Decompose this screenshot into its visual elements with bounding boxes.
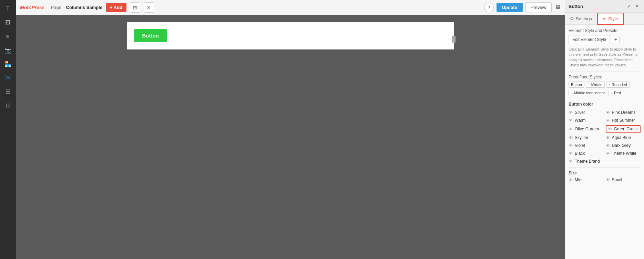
tag-middle-label: Middle bbox=[591, 83, 602, 87]
eye-olive-garden[interactable]: 👁 bbox=[569, 127, 573, 132]
tag-middle[interactable]: × Middle bbox=[586, 82, 605, 88]
tab-style[interactable]: ✏ Style bbox=[597, 13, 624, 25]
tag-middle-remove[interactable]: × bbox=[588, 83, 590, 86]
edit-element-btn[interactable]: Edit Element Style bbox=[569, 35, 610, 44]
eye-black[interactable]: 👁 bbox=[569, 151, 573, 156]
eye-silver[interactable]: 👁 bbox=[569, 110, 573, 115]
eye-theme-brand[interactable]: 👁 bbox=[569, 159, 573, 164]
tag-middle-icon-indent[interactable]: × Middle Icon indent bbox=[569, 90, 607, 96]
eye-warm[interactable]: 👁 bbox=[569, 118, 573, 123]
color-aqua-blue-label: Aqua Blue bbox=[612, 135, 631, 140]
color-black[interactable]: 👁 Black bbox=[569, 150, 604, 157]
color-olive-garden[interactable]: 👁 Olive Garden bbox=[569, 125, 604, 133]
tag-red-label: Red bbox=[614, 91, 621, 95]
panel-tabs: ⚙ Settings ✏ Style bbox=[565, 13, 644, 25]
divider-1 bbox=[569, 72, 641, 72]
tag-button[interactable]: Button bbox=[569, 82, 584, 88]
add-button[interactable]: + Add bbox=[106, 3, 126, 12]
toolbar-list-icon[interactable]: ☰ bbox=[2, 85, 14, 98]
preview-button[interactable]: Preview bbox=[525, 2, 552, 12]
color-pink-dreams-label: Pink Dreams bbox=[612, 110, 636, 115]
eye-green-grass[interactable]: 👁 bbox=[608, 127, 612, 132]
panel-expand-icon[interactable]: ⤢ bbox=[625, 3, 632, 10]
element-style-label: Element Style and Presets: bbox=[569, 28, 641, 33]
toolbar-wordpress-icon[interactable]: W bbox=[2, 72, 14, 84]
style-icon: ✏ bbox=[603, 16, 606, 21]
toolbar-box-icon[interactable]: ⊡ bbox=[2, 99, 14, 111]
canvas-area: Button bbox=[16, 15, 565, 259]
tag-red-remove[interactable]: × bbox=[611, 91, 613, 95]
color-aqua-blue[interactable]: 👁 Aqua Blue bbox=[606, 134, 641, 141]
left-toolbar: T 🖼 ⊞ 📷 🏪 W ☰ ⊡ bbox=[0, 0, 16, 259]
eye-small[interactable]: 👁 bbox=[606, 177, 610, 183]
panel-header: Button ⤢ ✕ bbox=[565, 0, 644, 13]
color-theme-brand[interactable]: 👁 Theme Brand bbox=[569, 158, 604, 165]
color-theme-white-label: Theme White bbox=[612, 151, 636, 156]
tag-rounded-label: Rounded bbox=[612, 83, 627, 87]
add-preset-btn[interactable]: + bbox=[612, 36, 620, 43]
panel-body: Element Style and Presets: Edit Element … bbox=[565, 25, 644, 259]
page-name: Columns Sample bbox=[66, 5, 102, 10]
eye-aqua-blue[interactable]: 👁 bbox=[606, 135, 610, 140]
tag-row-1: Button × Middle × Rounded bbox=[569, 82, 641, 88]
eye-theme-white[interactable]: 👁 bbox=[606, 151, 610, 156]
top-header: MotoPress Page: Columns Sample + Add ⊞ ✕… bbox=[16, 0, 565, 15]
size-label: Size bbox=[569, 171, 641, 175]
color-hot-summer-label: Hot Summer bbox=[612, 118, 635, 123]
divider-3 bbox=[569, 168, 641, 168]
divider-2 bbox=[569, 99, 641, 99]
eye-skyline[interactable]: 👁 bbox=[569, 135, 573, 140]
tag-row-2: × Middle Icon indent × Red bbox=[569, 90, 641, 96]
canvas-resize-handle[interactable] bbox=[452, 36, 456, 43]
panel-close-icon[interactable]: ✕ bbox=[634, 3, 641, 10]
button-color-label: Button color bbox=[569, 102, 641, 107]
tab-style-label: Style bbox=[608, 16, 618, 21]
size-small[interactable]: 👁 Small bbox=[606, 177, 641, 183]
close-icon-btn[interactable]: ✕ bbox=[144, 2, 154, 13]
size-grid: 👁 Mini 👁 Small bbox=[569, 177, 641, 183]
canvas-button-area: Button bbox=[127, 22, 454, 49]
eye-violet[interactable]: 👁 bbox=[569, 143, 573, 148]
color-violet[interactable]: 👁 Violet bbox=[569, 142, 604, 149]
color-dark-grey-label: Dark Grey bbox=[612, 143, 631, 148]
toolbar-store-icon[interactable]: 🏪 bbox=[2, 58, 14, 70]
color-pink-dreams[interactable]: 👁 Pink Dreams bbox=[606, 109, 641, 116]
color-silver[interactable]: 👁 Silver bbox=[569, 109, 604, 116]
monitor-icon[interactable]: 🖥 bbox=[554, 4, 561, 11]
help-button[interactable]: ? bbox=[484, 3, 494, 12]
toolbar-image-icon[interactable]: 🖼 bbox=[2, 17, 14, 29]
toolbar-widget-icon[interactable]: ⊞ bbox=[2, 30, 14, 43]
color-hot-summer[interactable]: 👁 Hot Summer bbox=[606, 117, 641, 124]
panel-header-icons: ⤢ ✕ bbox=[625, 3, 641, 10]
color-warm[interactable]: 👁 Warm bbox=[569, 117, 604, 124]
color-green-grass-label: Green Grass bbox=[614, 127, 638, 131]
eye-dark-grey[interactable]: 👁 bbox=[606, 143, 610, 148]
color-dark-grey[interactable]: 👁 Dark Grey bbox=[606, 142, 641, 149]
tag-middle-icon-remove[interactable]: × bbox=[571, 91, 573, 95]
update-button[interactable]: Update bbox=[497, 3, 523, 12]
color-warm-label: Warm bbox=[575, 118, 586, 123]
right-panel: Button ⤢ ✕ ⚙ Settings ✏ Style Element St… bbox=[565, 0, 644, 259]
color-skyline[interactable]: 👁 Skyline bbox=[569, 134, 604, 141]
size-mini[interactable]: 👁 Mini bbox=[569, 177, 604, 183]
color-theme-brand-label: Theme Brand bbox=[575, 159, 600, 164]
eye-pink-dreams[interactable]: 👁 bbox=[606, 110, 610, 115]
color-silver-label: Silver bbox=[575, 110, 585, 115]
tag-rounded-remove[interactable]: × bbox=[609, 83, 611, 86]
toolbar-camera-icon[interactable]: 📷 bbox=[2, 44, 14, 56]
panel-title: Button bbox=[569, 4, 583, 9]
layout-icon-btn[interactable]: ⊞ bbox=[130, 2, 140, 13]
tag-rounded[interactable]: × Rounded bbox=[606, 82, 630, 88]
tab-settings[interactable]: ⚙ Settings bbox=[565, 13, 597, 24]
color-green-grass[interactable]: 👁 Green Grass bbox=[606, 125, 641, 133]
main-area: MotoPress Page: Columns Sample + Add ⊞ ✕… bbox=[16, 0, 565, 259]
size-mini-label: Mini bbox=[575, 177, 582, 182]
tag-red[interactable]: × Red bbox=[609, 90, 623, 96]
hint-text: Click Edit Element Style to apply style … bbox=[569, 47, 641, 68]
color-theme-white[interactable]: 👁 Theme White bbox=[606, 150, 641, 157]
canvas-button[interactable]: Button bbox=[134, 29, 167, 42]
toolbar-text-icon[interactable]: T bbox=[2, 3, 14, 15]
eye-hot-summer[interactable]: 👁 bbox=[606, 118, 610, 123]
eye-mini[interactable]: 👁 bbox=[569, 177, 573, 183]
tag-input[interactable] bbox=[625, 90, 638, 96]
